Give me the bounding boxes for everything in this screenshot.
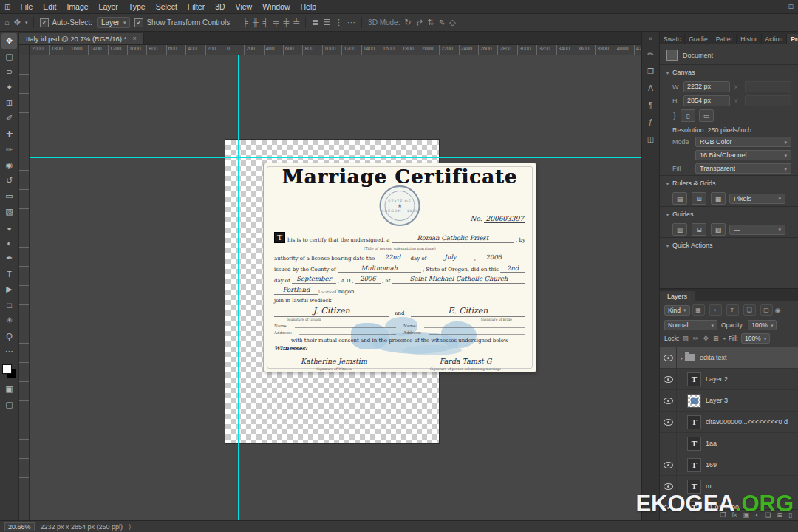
x-input[interactable] [745,81,791,92]
3d-scale-icon[interactable]: ◇ [449,18,455,27]
rectangle-tool[interactable]: □ [1,297,17,313]
crop-tool[interactable]: ⊞ [1,95,17,111]
filter-smart-objects-icon[interactable]: ▢ [760,304,773,316]
guide-vertical-right[interactable] [423,55,423,520]
brush-tool[interactable]: ✏ [1,142,17,157]
canvas-fill-select[interactable]: Transparent ▾ [695,163,791,174]
ruler-corner[interactable] [19,45,30,55]
expand-panels-icon[interactable]: « [649,35,652,42]
layer-row[interactable]: Layer 3 [660,390,798,412]
quick-selection-tool[interactable]: ✦ [1,80,17,95]
close-icon[interactable]: × [132,35,136,42]
menu-item[interactable]: File [15,2,38,11]
menu-item[interactable]: Type [123,2,151,11]
screen-mode-icon[interactable]: ▢ [1,397,17,412]
toggle-rulers-icon[interactable]: ▤ [672,192,687,205]
document-tab[interactable]: Italy id.psd @ 20.7% (RGB/16) * × [19,33,144,44]
visibility-toggle[interactable] [660,390,677,411]
fill-input[interactable]: 100% ▾ [741,333,770,344]
filter-type-layers-icon[interactable]: T [726,304,739,316]
filter-switch-icon[interactable]: ◉ [775,307,781,314]
auto-select-target-dropdown[interactable]: Layer ▾ [97,17,131,28]
canvas-section-header[interactable]: ▾ Canvas [660,64,798,80]
tab-swatches[interactable]: Swatc [660,34,685,44]
landscape-orientation-icon[interactable]: ▭ [699,109,714,122]
foreground-color-swatch[interactable] [2,364,12,374]
distribute-horizontal-icon[interactable]: ≣ [312,18,318,27]
align-left-edges-icon[interactable]: ╞ [242,18,248,27]
clone-stamp-tool[interactable]: ◉ [1,157,17,173]
layer-name[interactable]: 1aa [706,440,717,447]
menu-item[interactable]: Filter [183,2,210,11]
toggle-grid-icon[interactable]: ⊞ [692,192,706,205]
3d-roll-icon[interactable]: ⇄ [416,18,423,27]
layer-row[interactable]: T cita9000000...<<<<<<<<0 d [660,412,798,433]
layer-row-group[interactable]: ▾ edita text [660,347,798,369]
width-input[interactable]: 2232 px [683,81,730,92]
guide-vertical-left[interactable] [238,55,239,520]
lock-transparency-icon[interactable]: ▨ [682,335,689,342]
menu-item[interactable]: Window [257,2,295,11]
tab-actions[interactable]: Action [762,34,788,44]
lock-pixels-icon[interactable]: ✏ [693,335,699,342]
gradient-tool[interactable]: ▨ [1,204,17,219]
guide-horizontal-top[interactable] [30,157,641,158]
layer-name[interactable]: Layer 2 [706,375,728,383]
menu-item[interactable]: Help [296,2,322,11]
quick-actions-section-header[interactable]: ▾ Quick Actions [660,237,798,253]
lock-position-icon[interactable]: ✥ [703,335,709,342]
link-dimensions-icon[interactable]: } [672,112,677,120]
move-tool[interactable]: ✥ [1,33,17,49]
layer-name[interactable]: edita text [700,354,727,361]
3d-rotate-icon[interactable]: ↻ [404,18,411,27]
portrait-orientation-icon[interactable]: ▯ [681,109,695,122]
layer-row[interactable]: T Layer 2 [660,369,798,390]
brush-settings-panel-icon[interactable]: ✏ [647,50,653,58]
workspace-switcher-icon[interactable]: ⊞ [788,3,794,10]
zoom-level-input[interactable]: 20.66% [4,522,35,531]
tab-gradients[interactable]: Gradie [685,34,712,44]
marriage-certificate-image[interactable]: Marriage Certificate STATE OF ★ OREGON ·… [264,163,536,372]
expand-group-icon[interactable]: ▾ [681,355,683,361]
type-tool[interactable]: T [1,266,17,282]
lock-all-icon[interactable]: ▪ [723,335,725,342]
blur-tool[interactable]: ◒ [1,219,17,235]
layer-filter-kind-select[interactable]: Kind ▾ [664,305,690,316]
pen-tool[interactable]: ✒ [1,250,17,266]
align-top-edges-icon[interactable]: ╤ [273,18,279,27]
edit-toolbar-icon[interactable]: ⋯ [1,344,17,359]
auto-select-checkbox[interactable]: ✓ Auto-Select: [40,18,92,27]
path-selection-tool[interactable]: ▶ [1,282,17,297]
guide-style-select[interactable]: — ▾ [729,225,785,235]
menu-item[interactable]: Layer [94,2,123,11]
height-input[interactable]: 2854 px [683,95,730,106]
blend-mode-select[interactable]: Normal ▾ [664,320,717,330]
align-bottom-edges-icon[interactable]: ╧ [293,18,299,27]
visibility-toggle[interactable] [660,369,677,389]
vertical-ruler[interactable] [19,55,30,520]
distribute-spacing-icon[interactable]: ⋮ [335,18,343,27]
new-guide-icon[interactable]: ▥ [672,223,687,236]
dodge-tool[interactable]: ◐ [1,235,17,250]
tab-layers[interactable]: Layers [660,291,695,301]
filter-shape-layers-icon[interactable]: ❏ [743,304,756,316]
rectangular-marquee-tool[interactable]: ▢ [1,49,17,64]
timeline-panel-icon[interactable]: ◫ [647,135,654,143]
layer-name[interactable]: cita9000000...<<<<<<<<0 d [706,418,788,426]
clone-source-panel-icon[interactable]: ❐ [647,67,654,75]
show-transform-controls-checkbox[interactable]: ✓ Show Transform Controls [134,18,230,27]
eraser-tool[interactable]: ▭ [1,188,17,204]
zoom-tool[interactable]: Ϙ [1,328,17,344]
layer-row[interactable]: T 169 [660,454,798,476]
current-tool-icon[interactable]: ✥ [14,18,21,27]
rulers-grids-section-header[interactable]: ▾ Rulers & Grids [660,175,798,191]
horizontal-ruler[interactable]: 2000180016001400120010008006004002000200… [30,45,641,55]
lock-artboard-icon[interactable]: ⊞ [713,335,719,342]
layer-name[interactable]: m [706,482,712,490]
visibility-toggle[interactable] [660,454,677,475]
bit-depth-select[interactable]: 16 Bits/Channel ▾ [695,150,791,160]
color-mode-select[interactable]: RGB Color ▾ [695,137,791,147]
tab-patterns[interactable]: Patter [712,34,737,44]
menu-item[interactable]: Select [151,2,183,11]
tab-properties[interactable]: Properties [787,34,798,44]
